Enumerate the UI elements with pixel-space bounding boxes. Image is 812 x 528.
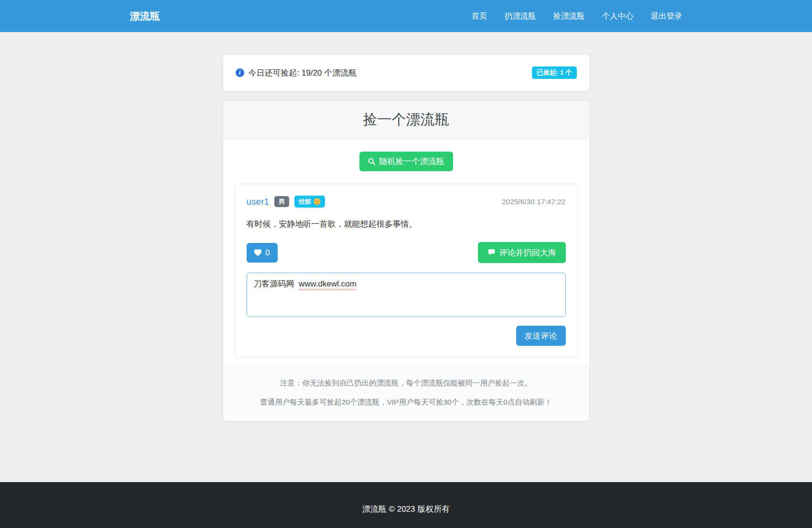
pick-bottle-card: 捡一个漂流瓶 随机捡一个漂流瓶 user1 男 忧郁	[223, 101, 589, 421]
username-link[interactable]: user1	[247, 197, 270, 207]
bottle-timestamp: 2025/6/30 17:47:22	[502, 198, 566, 206]
heart-icon	[254, 249, 262, 256]
bottle-content: 有时候，安静地听一首歌，就能想起很多事情。	[247, 219, 566, 230]
page-title: 捡一个漂流瓶	[223, 110, 589, 130]
send-row: 发送评论	[247, 326, 566, 346]
info-icon: i	[236, 68, 244, 77]
picked-count-badge: 已捡起: 1 个	[532, 66, 577, 79]
quota-text: 今日还可捡起: 19/20 个漂流瓶	[249, 67, 357, 78]
quota-info: i 今日还可捡起: 19/20 个漂流瓶	[236, 67, 357, 78]
nav-item-profile[interactable]: 个人中心	[602, 11, 634, 22]
like-button[interactable]: 0	[247, 243, 278, 263]
brand-logo[interactable]: 漂流瓶	[130, 10, 160, 23]
nav-item-pick-bottle[interactable]: 捡漂流瓶	[553, 11, 585, 22]
mood-badge-label: 忧郁	[299, 198, 311, 205]
mood-badge: 忧郁	[294, 196, 325, 208]
random-pick-label: 随机捡一个漂流瓶	[379, 157, 444, 165]
note-line-2: 普通用户每天最多可捡起20个漂流瓶，VIP用户每天可捡30个，次数在每天0点自动…	[233, 397, 580, 407]
note-line-1: 注意：你无法捡到自己扔出的漂流瓶，每个漂流瓶仅能被同一用户捡起一次。	[233, 378, 580, 388]
nav-links: 首页 扔漂流瓶 捡漂流瓶 个人中心 退出登录	[472, 11, 682, 22]
comment-text-url: www.dkewl.com	[299, 279, 357, 288]
site-footer: 漂流瓶 © 2023 版权所有	[0, 482, 812, 528]
comment-text: 刀客源码网	[254, 279, 299, 288]
comment-throw-back-button[interactable]: 评论并扔回大海	[478, 242, 566, 263]
bottle-user-info: user1 男 忧郁	[247, 196, 325, 208]
random-pick-button[interactable]: 随机捡一个漂流瓶	[359, 152, 453, 171]
bottle-card: user1 男 忧郁 2025/6/30 17:47:22	[235, 184, 578, 358]
navbar: 漂流瓶 首页 扔漂流瓶 捡漂流瓶 个人中心 退出登录	[0, 0, 812, 32]
bottle-actions: 0 评论并扔回大海	[247, 242, 566, 263]
copyright-text: 漂流瓶 © 2023 版权所有	[362, 505, 450, 514]
pensive-face-icon	[314, 198, 321, 205]
nav-item-logout[interactable]: 退出登录	[651, 11, 682, 22]
comment-textarea[interactable]: 刀客源码网 www.dkewl.com	[247, 273, 566, 317]
search-icon	[368, 158, 376, 165]
card-footer-notes: 注意：你无法捡到自己扔出的漂流瓶，每个漂流瓶仅能被同一用户捡起一次。 普通用户每…	[223, 366, 589, 421]
nav-item-throw-bottle[interactable]: 扔漂流瓶	[505, 11, 536, 22]
gender-badge: 男	[274, 196, 289, 207]
like-count: 0	[265, 249, 270, 257]
quota-bar: i 今日还可捡起: 19/20 个漂流瓶 已捡起: 1 个	[223, 55, 589, 91]
card-body: 随机捡一个漂流瓶 user1 男 忧郁	[223, 139, 589, 366]
comment-throw-back-label: 评论并扔回大海	[499, 249, 556, 257]
nav-item-home[interactable]: 首页	[472, 11, 487, 22]
main-container: i 今日还可捡起: 19/20 个漂流瓶 已捡起: 1 个 捡一个漂流瓶 随机捡…	[223, 55, 589, 421]
chat-bubble-icon	[487, 249, 496, 256]
navbar-inner: 漂流瓶 首页 扔漂流瓶 捡漂流瓶 个人中心 退出登录	[124, 10, 688, 23]
bottle-header: user1 男 忧郁 2025/6/30 17:47:22	[247, 196, 566, 208]
card-header: 捡一个漂流瓶	[223, 101, 589, 139]
send-comment-button[interactable]: 发送评论	[516, 326, 566, 346]
